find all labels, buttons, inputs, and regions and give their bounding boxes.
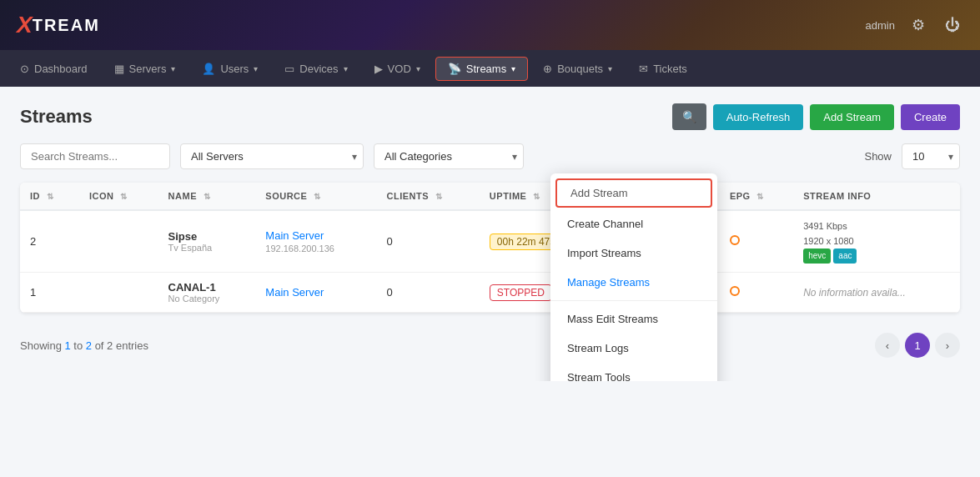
users-icon: 👤 [202, 63, 215, 75]
page-content: Streams 🔍 Auto-Refresh Add Stream Create… [0, 87, 980, 381]
all-servers-select[interactable]: All Servers [180, 143, 364, 169]
streams-table: ID ⇅ ICON ⇅ NAME ⇅ SOURCE ⇅ CLIENTS ⇅ UP… [20, 183, 960, 313]
streams-table-container: ID ⇅ ICON ⇅ NAME ⇅ SOURCE ⇅ CLIENTS ⇅ UP… [20, 183, 960, 313]
dropdown-item-stream-tools[interactable]: Stream Tools [550, 363, 717, 381]
pagination-info: Showing 1 to 2 of 2 entries [20, 339, 148, 352]
dropdown-item-add-stream[interactable]: Add Stream [555, 178, 712, 208]
chevron-down-icon: ▾ [608, 64, 612, 73]
stopped-badge: STOPPED [490, 284, 552, 301]
sort-icon: ⇅ [435, 192, 443, 201]
top-navbar: X TREAM admin ⚙ ⏻ [0, 0, 980, 50]
col-source: SOURCE ⇅ [255, 183, 376, 210]
dropdown-item-manage-streams[interactable]: Manage Streams [550, 268, 717, 297]
sidebar-item-servers[interactable]: ▦ Servers ▾ [103, 58, 188, 80]
source-link[interactable]: Main Server [265, 286, 324, 299]
tickets-icon: ✉ [639, 63, 648, 75]
sort-icon: ⇅ [120, 192, 128, 201]
cell-clients: 0 [376, 273, 479, 313]
add-stream-button[interactable]: Add Stream [810, 104, 894, 130]
streams-icon: 📡 [448, 63, 461, 75]
pagination-link-start[interactable]: 1 [64, 339, 70, 352]
table-row: 1 CANAL-1 No Category Main Server 0 STOP… [20, 273, 960, 313]
cell-name: CANAL-1 No Category [158, 273, 256, 313]
auto-refresh-button[interactable]: Auto-Refresh [713, 104, 804, 130]
epg-status-dot [730, 235, 740, 245]
sidebar-item-bouquets[interactable]: ⊕ Bouquets ▾ [531, 58, 624, 80]
sidebar-item-devices[interactable]: ▭ Devices ▾ [273, 58, 359, 80]
pagination-row: Showing 1 to 2 of 2 entries ‹ 1 › [20, 326, 960, 364]
dropdown-item-create-channel[interactable]: Create Channel [550, 209, 717, 238]
video-codec-badge: hevc [803, 249, 831, 264]
sidebar-item-streams[interactable]: 📡 Streams ▾ [435, 57, 528, 81]
cell-source: Main Server [255, 273, 376, 313]
create-button[interactable]: Create [901, 104, 960, 130]
col-epg: EPG ⇅ [720, 183, 793, 210]
col-stream-info: STREAM INFO [793, 183, 960, 210]
dropdown-item-mass-edit-streams[interactable]: Mass Edit Streams [550, 304, 717, 334]
col-icon: ICON ⇅ [79, 183, 158, 210]
cell-icon [79, 273, 158, 313]
source-ip: 192.168.200.136 [265, 244, 334, 254]
bouquets-icon: ⊕ [543, 63, 552, 75]
dropdown-divider [550, 300, 717, 301]
all-servers-select-wrapper: All Servers [180, 143, 364, 169]
sidebar-item-label: Servers [129, 63, 167, 75]
show-count-select[interactable]: 10 25 50 100 [902, 143, 960, 169]
all-categories-select[interactable]: All Categories [374, 143, 524, 169]
sidebar-item-label: Tickets [653, 63, 687, 75]
cell-id: 1 [20, 273, 79, 313]
sort-icon: ⇅ [314, 192, 321, 201]
username-label: admin [866, 19, 895, 32]
stream-info: 3491 Kbps 1920 x 1080 hevc aac [803, 219, 950, 264]
power-icon[interactable]: ⏻ [942, 13, 963, 38]
vod-icon: ▶ [374, 63, 383, 75]
sidebar-item-label: Bouquets [557, 63, 603, 75]
secondary-navbar: ⊙ Dashboard ▦ Servers ▾ 👤 Users ▾ ▭ Devi… [0, 50, 980, 87]
filters-row: All Servers All Categories Show 10 25 50… [20, 143, 960, 169]
chevron-down-icon: ▾ [344, 64, 348, 73]
sort-icon: ⇅ [533, 192, 540, 201]
chevron-down-icon: ▾ [171, 64, 175, 73]
next-page-button[interactable]: › [935, 333, 960, 358]
nav-right: admin ⚙ ⏻ [866, 13, 963, 38]
sidebar-item-vod[interactable]: ▶ VOD ▾ [363, 58, 432, 80]
sidebar-item-dashboard[interactable]: ⊙ Dashboard [8, 58, 99, 80]
table-header-row: ID ⇅ ICON ⇅ NAME ⇅ SOURCE ⇅ CLIENTS ⇅ UP… [20, 183, 960, 210]
devices-icon: ▭ [284, 63, 294, 75]
stream-subcategory: No Category [168, 294, 246, 304]
sort-icon: ⇅ [47, 192, 54, 201]
col-clients: CLIENTS ⇅ [376, 183, 479, 210]
show-select-wrapper: 10 25 50 100 [902, 143, 960, 169]
prev-page-button[interactable]: ‹ [875, 333, 900, 358]
sidebar-item-tickets[interactable]: ✉ Tickets [627, 58, 699, 80]
cell-id: 2 [20, 210, 79, 273]
chevron-down-icon: ▾ [416, 64, 420, 73]
col-id: ID ⇅ [20, 183, 79, 210]
search-input[interactable] [20, 143, 170, 169]
all-categories-select-wrapper: All Categories [374, 143, 524, 169]
logo: X TREAM [17, 12, 100, 38]
page-1-button[interactable]: 1 [905, 333, 930, 358]
cell-stream-info: 3491 Kbps 1920 x 1080 hevc aac [793, 210, 960, 273]
pagination-link-end[interactable]: 2 [86, 339, 92, 352]
epg-status-dot [730, 286, 740, 296]
cell-icon [79, 210, 158, 273]
no-info-text: No information availa... [803, 287, 906, 299]
dropdown-item-stream-logs[interactable]: Stream Logs [550, 334, 717, 363]
page-header: Streams 🔍 Auto-Refresh Add Stream Create [20, 103, 960, 130]
source-link[interactable]: Main Server [265, 229, 324, 242]
sidebar-item-users[interactable]: 👤 Users ▾ [190, 58, 269, 80]
logo-tream: TREAM [33, 16, 100, 35]
sidebar-item-label: Streams [466, 63, 506, 75]
chevron-down-icon: ▾ [254, 64, 258, 73]
page-title: Streams [20, 106, 93, 128]
chevron-down-icon: ▾ [511, 64, 515, 73]
stream-name: CANAL-1 [168, 281, 246, 294]
cell-name: Sipse Tv España [158, 210, 256, 273]
dropdown-item-import-streams[interactable]: Import Streams [550, 238, 717, 268]
sidebar-item-label: VOD [388, 63, 411, 75]
show-label: Show [864, 150, 892, 163]
col-name: NAME ⇅ [158, 183, 256, 210]
search-icon-button[interactable]: 🔍 [672, 103, 706, 130]
settings-icon[interactable]: ⚙ [908, 13, 928, 38]
